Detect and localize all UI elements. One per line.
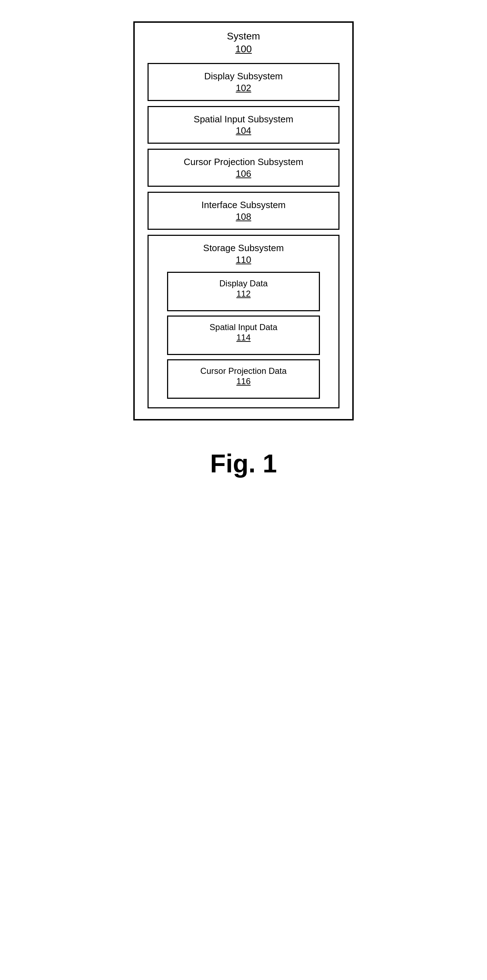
display-data-ref: 112 <box>174 289 313 299</box>
spatial-input-subsystem-box: Spatial Input Subsystem 104 <box>148 106 339 144</box>
display-data-label: Display Data <box>219 278 268 288</box>
spatial-input-data-ref: 114 <box>174 332 313 342</box>
system-label: System <box>227 30 260 41</box>
spatial-input-subsystem-label: Spatial Input Subsystem <box>194 114 293 124</box>
spatial-input-data-box: Spatial Input Data 114 <box>167 315 320 355</box>
diagram: System 100 Display Subsystem 102 Spatial… <box>123 21 364 478</box>
figure-label: Fig. 1 <box>210 449 277 478</box>
interface-subsystem-label: Interface Subsystem <box>201 200 286 210</box>
cursor-projection-subsystem-label: Cursor Projection Subsystem <box>184 156 304 167</box>
display-subsystem-label: Display Subsystem <box>204 71 282 81</box>
cursor-projection-data-box: Cursor Projection Data 116 <box>167 359 320 399</box>
interface-subsystem-box: Interface Subsystem 108 <box>148 192 339 230</box>
system-box: System 100 Display Subsystem 102 Spatial… <box>133 21 354 420</box>
storage-subsystem-box: Storage Subsystem 110 Display Data 112 S… <box>148 235 339 408</box>
cursor-projection-subsystem-ref: 106 <box>156 168 331 179</box>
cursor-projection-subsystem-box: Cursor Projection Subsystem 106 <box>148 149 339 187</box>
system-ref: 100 <box>227 43 260 56</box>
spatial-input-data-label: Spatial Input Data <box>210 322 278 332</box>
display-data-box: Display Data 112 <box>167 272 320 311</box>
interface-subsystem-ref: 108 <box>156 211 331 222</box>
storage-subsystem-label: Storage Subsystem <box>203 243 284 253</box>
display-subsystem-ref: 102 <box>156 83 331 94</box>
storage-subsystem-ref: 110 <box>156 255 331 266</box>
spatial-input-subsystem-ref: 104 <box>156 125 331 136</box>
data-boxes: Display Data 112 Spatial Input Data 114 … <box>156 272 331 399</box>
display-subsystem-box: Display Subsystem 102 <box>148 63 339 101</box>
system-title: System 100 <box>227 30 260 56</box>
cursor-projection-data-label: Cursor Projection Data <box>200 366 287 375</box>
cursor-projection-data-ref: 116 <box>174 376 313 386</box>
